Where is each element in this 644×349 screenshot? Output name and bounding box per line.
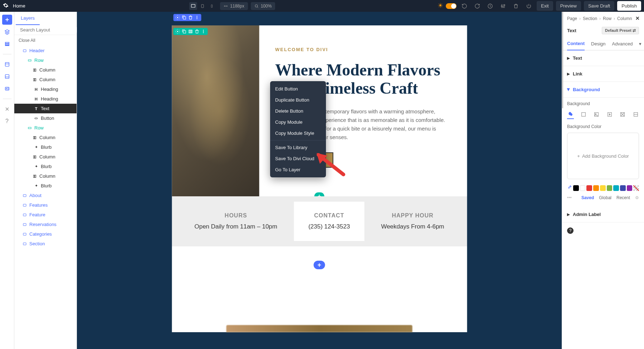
canvas[interactable]: WELCOME TO DIVI Where Modern Flavors Mee…	[77, 12, 562, 349]
color-swatch[interactable]	[573, 185, 579, 191]
color-swatch[interactable]	[593, 185, 599, 191]
add-bg-color-dropzone[interactable]: +Add Background Color	[567, 133, 639, 179]
rail-icon-c[interactable]	[2, 84, 12, 94]
theme-gear-icon[interactable]	[438, 3, 443, 9]
gear-icon[interactable]	[3, 3, 9, 9]
layer-item-row[interactable]: Row	[14, 123, 77, 133]
layer-item-feature[interactable]: Feature	[14, 210, 77, 220]
bg-mask-tab[interactable]	[633, 110, 639, 118]
layer-item-about[interactable]: About	[14, 191, 77, 200]
more-icon[interactable]	[194, 15, 199, 20]
ctx-delete-button[interactable]: Delete Button	[270, 105, 326, 117]
color-swatch[interactable]	[607, 185, 613, 191]
canvas-width-input[interactable]: 1188px	[220, 2, 248, 10]
tablet-device-btn[interactable]	[199, 2, 206, 10]
swatch-tab-saved[interactable]: Saved	[581, 195, 594, 200]
gear-icon[interactable]	[175, 29, 180, 34]
desktop-device-btn[interactable]	[189, 2, 197, 10]
wireframe-rail-icon[interactable]	[2, 39, 12, 49]
ctx-duplicate-button[interactable]: Duplicate Button	[270, 94, 326, 105]
layer-item-button[interactable]: Button	[14, 113, 77, 123]
crumb[interactable]: Row	[603, 16, 611, 21]
ctx-go-to-layer[interactable]: Go To Layer	[270, 164, 326, 175]
page-title[interactable]: Home	[13, 3, 25, 9]
zoom-input[interactable]: 100%	[251, 2, 275, 10]
close-panel-icon[interactable]: ✕	[635, 15, 640, 21]
layer-item-heading[interactable]: HHeading	[14, 94, 77, 104]
redo-icon[interactable]	[472, 1, 482, 11]
layer-item-column[interactable]: Column	[14, 171, 77, 181]
section-controls[interactable]	[173, 14, 201, 21]
preset-selector[interactable]: Default Preset ⇄	[602, 27, 639, 34]
mobile-device-btn[interactable]	[208, 2, 216, 10]
layer-item-column[interactable]: Column	[14, 65, 77, 75]
accordion-admin-label[interactable]: ▶Admin Label	[562, 207, 644, 222]
tools-rail-icon[interactable]	[2, 104, 12, 114]
ctx-copy-module[interactable]: Copy Module	[270, 117, 326, 128]
trash-icon[interactable]	[511, 1, 521, 11]
layer-item-blurb[interactable]: ✦Blurb	[14, 162, 77, 171]
help-icon[interactable]: ?	[567, 227, 574, 234]
rail-icon-b[interactable]	[2, 72, 12, 82]
accordion-background[interactable]: ▶Background	[562, 82, 644, 98]
history-icon[interactable]	[485, 1, 495, 11]
bg-gradient-tab[interactable]	[580, 110, 587, 118]
settings-sliders-icon[interactable]	[498, 1, 508, 11]
color-swatch[interactable]	[586, 185, 592, 191]
bg-pattern-tab[interactable]	[619, 110, 626, 118]
more-icon[interactable]	[201, 29, 206, 34]
accordion-text[interactable]: ▶Text	[562, 50, 644, 66]
rail-icon-a[interactable]	[2, 59, 12, 69]
layer-item-section[interactable]: Section	[14, 239, 77, 249]
gear-icon[interactable]	[175, 15, 180, 20]
save-draft-button[interactable]: Save Draft	[584, 1, 614, 11]
tab-advanced[interactable]: Advanced	[612, 38, 633, 50]
swatch-tab-recent[interactable]: Recent	[616, 195, 630, 200]
trash-icon[interactable]	[188, 15, 193, 20]
layer-item-reservations[interactable]: Reservations	[14, 220, 77, 229]
swatch-settings-icon[interactable]: ⚙	[635, 195, 639, 200]
layer-item-categories[interactable]: Categories	[14, 229, 77, 239]
color-swatch-transparent[interactable]	[633, 185, 639, 191]
layer-item-text[interactable]: TText	[14, 104, 77, 113]
layer-item-column[interactable]: Column	[14, 133, 77, 142]
crumb[interactable]: Page	[567, 16, 577, 21]
accordion-link[interactable]: ▶Link	[562, 66, 644, 82]
swatch-tab-global[interactable]: Global	[599, 195, 611, 200]
bg-image-tab[interactable]	[593, 110, 600, 118]
add-element-icon[interactable]	[2, 15, 12, 25]
search-layout-input[interactable]	[20, 27, 80, 33]
layers-tab[interactable]: Layers	[16, 12, 40, 25]
preview-button[interactable]: Preview	[556, 1, 581, 11]
bg-color-tab[interactable]	[567, 111, 574, 119]
ctx-save-to-divi-cloud[interactable]: Save To Divi Cloud	[270, 153, 326, 164]
color-swatch[interactable]	[600, 185, 606, 191]
ctx-save-to-library[interactable]: Save To Library	[270, 142, 326, 153]
row-controls[interactable]	[173, 28, 208, 35]
help-rail-icon[interactable]: ?	[2, 116, 12, 126]
power-icon[interactable]	[524, 1, 534, 11]
color-swatch[interactable]	[627, 185, 633, 191]
color-swatch[interactable]	[620, 185, 626, 191]
bg-video-tab[interactable]	[606, 110, 613, 118]
layer-item-header[interactable]: Header	[14, 46, 77, 55]
tab-design[interactable]: Design	[591, 38, 605, 50]
layer-item-row[interactable]: Row	[14, 55, 77, 65]
layer-item-features[interactable]: Features	[14, 200, 77, 210]
theme-toggle[interactable]	[446, 3, 457, 9]
more-swatches-icon[interactable]: •••	[567, 195, 572, 200]
chevron-down-icon[interactable]: ▾	[639, 41, 641, 46]
add-section-button[interactable]: +	[314, 261, 325, 269]
tab-content[interactable]: Content	[567, 37, 585, 50]
crumb[interactable]: Column	[617, 16, 632, 21]
close-all-button[interactable]: Close All	[14, 35, 77, 46]
columns-icon[interactable]	[188, 29, 193, 34]
layer-item-blurb[interactable]: ✦Blurb	[14, 142, 77, 152]
trash-icon[interactable]	[194, 29, 199, 34]
color-swatch[interactable]	[613, 185, 619, 191]
ctx-copy-module-style[interactable]: Copy Module Style	[270, 128, 326, 139]
layer-item-blurb[interactable]: ✦Blurb	[14, 181, 77, 191]
color-swatch[interactable]	[580, 185, 586, 191]
duplicate-icon[interactable]	[181, 29, 186, 34]
layers-rail-icon[interactable]	[2, 27, 12, 37]
